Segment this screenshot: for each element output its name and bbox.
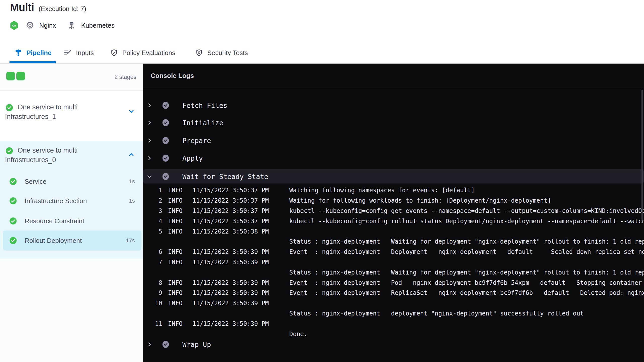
log-line: Status : nginx-deployment Waiting for de… (143, 237, 644, 247)
step-item-service[interactable]: Service1s (0, 171, 143, 192)
check-oval-icon (162, 137, 169, 144)
console-section-wait-for-steady-state[interactable]: Wait for Steady State (143, 169, 644, 184)
tab-label: Security Tests (207, 49, 248, 57)
log-timestamp: 11/15/2022 3:50:37 PM (187, 218, 284, 225)
log-message: Watching following namespaces for events… (284, 187, 475, 194)
console-section-wrap-up[interactable]: Wrap Up (143, 339, 640, 350)
step-duration: 17s (126, 231, 135, 251)
stage-status-square (16, 72, 25, 80)
log-level: INFO (162, 289, 187, 296)
log-line: 8INFO11/15/2022 3:50:39 PMEvent : nginx-… (143, 278, 644, 288)
log-message: kubectl --kubeconfig=config rollout stat… (284, 218, 644, 225)
tab-label: Inputs (76, 49, 94, 57)
log-message: Waiting for following workloads to finis… (284, 197, 551, 204)
log-line-number: 8 (143, 279, 162, 286)
log-timestamp: 11/15/2022 3:50:39 PM (187, 300, 284, 307)
log-line: Done. (143, 329, 644, 339)
section-label: Apply (182, 154, 203, 162)
chevron-down-icon[interactable] (128, 108, 134, 114)
stage-name-line1: One service to multi (18, 103, 78, 111)
console-section-prepare[interactable]: Prepare (143, 135, 640, 146)
chevron-right-icon[interactable] (147, 103, 152, 108)
step-label: Service (25, 171, 47, 192)
console-section-initialize[interactable]: Initialize (143, 117, 640, 128)
log-line: 4INFO11/15/2022 3:50:37 PMkubectl --kube… (143, 216, 644, 226)
log-level: INFO (162, 228, 187, 235)
step-item-rollout-deployment[interactable]: Rollout Deployment17s (0, 231, 143, 251)
log-line: 10INFO11/15/2022 3:50:39 PM (143, 298, 644, 308)
stage-item-infrastructures-0[interactable]: One service to multi Infrastructures_0 (0, 141, 143, 171)
log-line-number: 5 (143, 228, 162, 235)
log-line-number: 2 (143, 197, 162, 204)
log-level: INFO (162, 248, 187, 255)
step-item-resource-constraint[interactable]: Resource Constraint (0, 211, 143, 231)
step-item-infrastructure-section[interactable]: Infrastructure Section1s (0, 191, 143, 211)
log-line-number: 6 (143, 248, 162, 255)
log-timestamp: 11/15/2022 3:50:37 PM (187, 197, 284, 204)
chevron-right-icon[interactable] (147, 138, 152, 143)
infinity-glyph: ∞ (12, 23, 16, 28)
log-timestamp: 11/15/2022 3:50:37 PM (187, 207, 284, 214)
log-line-number: 3 (143, 207, 162, 214)
log-timestamp: 11/15/2022 3:50:38 PM (187, 228, 284, 235)
check-oval-icon (162, 173, 169, 180)
check-circle-icon (9, 237, 17, 244)
stage-name-line2: Infrastructures_0 (5, 156, 56, 164)
sidebar-empty-area (0, 259, 143, 362)
chevron-right-icon[interactable] (147, 155, 152, 161)
log-level: INFO (162, 218, 187, 225)
log-level: INFO (162, 279, 187, 286)
log-line-number: 9 (143, 289, 162, 296)
log-line: 6INFO11/15/2022 3:50:39 PMEvent : nginx-… (143, 247, 644, 257)
log-line: 11INFO11/15/2022 3:50:39 PM (143, 319, 644, 329)
chevron-right-icon[interactable] (147, 342, 152, 347)
console-logs-panel: Console Logs Fetch FilesInitializePrepar… (143, 64, 644, 362)
log-line: 1INFO11/15/2022 3:50:37 PMWatching follo… (143, 185, 644, 196)
tab-pipeline[interactable]: Pipeline (14, 42, 52, 63)
header-meta-row: ∞ Nginx Kubernetes (10, 20, 114, 31)
check-circle-icon (6, 147, 13, 155)
log-message: Event : nginx-deployment Pod nginx-deplo… (284, 279, 642, 286)
pipeline-icon (14, 49, 22, 57)
execution-sidebar: 2 stages One service to multi Infrastruc… (0, 64, 143, 362)
log-message: Status : nginx-deployment Waiting for de… (284, 238, 644, 245)
log-line: 5INFO11/15/2022 3:50:38 PM (143, 226, 644, 237)
chevron-down-icon[interactable] (147, 174, 152, 179)
stage-section-infrastructures-0: One service to multi Infrastructures_0 S… (0, 141, 143, 259)
shield-scan-icon (195, 49, 203, 57)
step-label: Infrastructure Section (25, 191, 87, 211)
stage-summary-strip: 2 stages (0, 64, 143, 90)
log-timestamp: 11/15/2022 3:50:39 PM (187, 289, 284, 296)
infrastructure-icon (67, 21, 76, 30)
page-header: Multi (Execution Id: 7) ∞ Nginx Kubernet… (0, 0, 644, 42)
log-message: Status : nginx-deployment Waiting for de… (284, 269, 644, 276)
tab-policy-evaluations[interactable]: Policy Evaluations (110, 42, 175, 63)
tab-security-tests[interactable]: Security Tests (195, 42, 248, 63)
console-scrollbar-thumb[interactable] (641, 90, 643, 220)
section-label: Fetch Files (182, 102, 227, 109)
log-level: INFO (162, 207, 187, 214)
console-title: Console Logs (151, 64, 194, 88)
stage-status-square (6, 72, 15, 80)
console-section-apply[interactable]: Apply (143, 153, 640, 164)
tab-label: Pipeline (26, 49, 52, 57)
check-oval-icon (162, 102, 169, 109)
step-label: Resource Constraint (25, 211, 84, 231)
log-level: INFO (162, 320, 187, 327)
section-label: Prepare (182, 137, 211, 145)
execution-id: (Execution Id: 7) (38, 5, 86, 13)
check-oval-icon (162, 341, 169, 348)
stage-name-line2: Infrastructures_1 (5, 113, 56, 121)
log-level: INFO (162, 197, 187, 204)
log-message: Event : nginx-deployment ReplicaSet ngin… (284, 289, 644, 296)
check-circle-icon (9, 217, 17, 225)
tab-inputs[interactable]: Inputs (64, 42, 94, 63)
chevron-right-icon[interactable] (147, 120, 152, 125)
stage-item-infrastructures-1[interactable]: One service to multi Infrastructures_1 (0, 91, 143, 141)
infrastructure-name: Kubernetes (81, 22, 114, 29)
log-output: 1INFO11/15/2022 3:50:37 PMWatching follo… (143, 185, 644, 339)
console-section-fetch-files[interactable]: Fetch Files (143, 100, 640, 111)
title-row: Multi (Execution Id: 7) (10, 2, 86, 14)
service-name: Nginx (39, 22, 56, 29)
chevron-up-icon[interactable] (128, 152, 134, 158)
